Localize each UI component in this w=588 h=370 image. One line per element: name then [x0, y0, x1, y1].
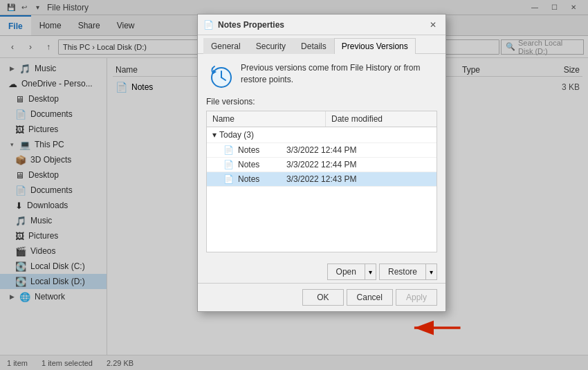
- dialog-tab-previous-versions[interactable]: Previous Versions: [334, 38, 416, 54]
- versions-col-name: Name: [207, 111, 326, 127]
- restore-button[interactable]: Restore: [379, 263, 426, 280]
- dialog-title-bar: 📄 Notes Properties ✕: [198, 15, 445, 35]
- open-button[interactable]: Open: [327, 263, 365, 280]
- dialog-content: Previous versions come from File History…: [198, 54, 445, 261]
- restore-dropdown[interactable]: ▾: [426, 263, 437, 280]
- prev-versions-header-text: Previous versions come from File History…: [241, 62, 437, 86]
- versions-table: Name Date modified ▾ Today (3) 📄 Notes 3…: [206, 111, 437, 252]
- dialog-tab-security[interactable]: Security: [248, 38, 293, 54]
- red-arrow: [408, 317, 460, 341]
- group-expand-icon: ▾: [212, 130, 217, 140]
- version-name-1: Notes: [238, 145, 286, 155]
- version-name-3: Notes: [238, 174, 286, 184]
- dialog-tab-details[interactable]: Details: [293, 38, 334, 54]
- version-date-2: 3/3/2022 12:44 PM: [286, 160, 356, 169]
- dialog-close-button[interactable]: ✕: [426, 19, 440, 31]
- version-group-today: ▾ Today (3) 📄 Notes 3/3/2022 12:44 PM 📄 …: [207, 127, 437, 187]
- versions-table-header: Name Date modified: [207, 111, 437, 127]
- modal-overlay: 📄 Notes Properties ✕ General Security De…: [0, 0, 588, 370]
- version-row-3[interactable]: 📄 Notes 3/3/2022 12:43 PM: [207, 172, 437, 187]
- version-date-1: 3/3/2022 12:44 PM: [286, 145, 356, 155]
- version-file-icon-2: 📄: [223, 160, 234, 169]
- dialog-tabs: General Security Details Previous Versio…: [198, 35, 445, 54]
- version-date-3: 3/3/2022 12:43 PM: [286, 174, 356, 184]
- versions-col-date: Date modified: [326, 111, 437, 127]
- version-group-header-today[interactable]: ▾ Today (3): [207, 127, 437, 143]
- version-file-icon-3: 📄: [223, 174, 234, 184]
- dialog-tab-general[interactable]: General: [203, 38, 248, 54]
- apply-button[interactable]: Apply: [396, 289, 437, 306]
- ok-button[interactable]: OK: [302, 289, 343, 306]
- version-row-2[interactable]: 📄 Notes 3/3/2022 12:44 PM: [207, 158, 437, 172]
- dialog-version-actions: Open ▾ Restore ▾: [198, 261, 445, 283]
- version-name-2: Notes: [238, 160, 286, 169]
- dialog-title: 📄 Notes Properties: [203, 20, 284, 30]
- versions-body: ▾ Today (3) 📄 Notes 3/3/2022 12:44 PM 📄 …: [207, 127, 437, 252]
- cancel-button[interactable]: Cancel: [347, 289, 393, 306]
- dialog-footer-actions: OK Cancel Apply: [198, 283, 445, 311]
- version-file-icon-1: 📄: [223, 145, 234, 155]
- group-label: Today (3): [219, 130, 254, 140]
- prev-versions-header: Previous versions come from File History…: [206, 62, 437, 90]
- dialog-title-text: Notes Properties: [218, 20, 284, 30]
- file-versions-label: File versions:: [206, 97, 437, 107]
- file-history-clock-icon: [206, 62, 234, 90]
- open-btn-group: Open ▾: [327, 263, 376, 280]
- dialog-title-icon: 📄: [203, 20, 214, 30]
- restore-btn-group: Restore ▾: [379, 263, 437, 280]
- notes-properties-dialog: 📄 Notes Properties ✕ General Security De…: [197, 14, 446, 312]
- version-row-1[interactable]: 📄 Notes 3/3/2022 12:44 PM: [207, 143, 437, 158]
- open-dropdown[interactable]: ▾: [365, 263, 376, 280]
